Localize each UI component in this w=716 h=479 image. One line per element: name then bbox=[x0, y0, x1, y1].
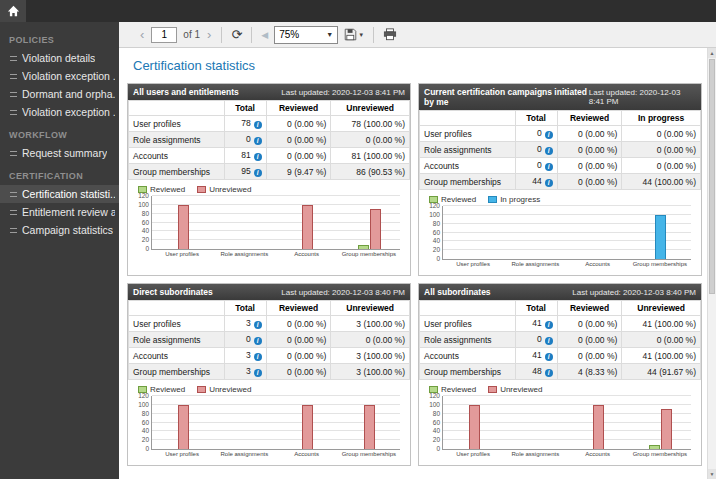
bar-unreviewed bbox=[302, 205, 313, 249]
list-item-icon bbox=[10, 74, 17, 79]
chart-legend: ReviewedUnreviewed bbox=[138, 385, 410, 394]
info-icon[interactable]: i bbox=[254, 121, 262, 129]
sidebar-item[interactable]: Entitlement review a... bbox=[0, 203, 119, 221]
total-value: 78 bbox=[241, 118, 250, 128]
x-axis-label: Accounts bbox=[567, 260, 629, 267]
table-row: Group memberships48i4 (8.33 %)44 (91.67 … bbox=[420, 364, 701, 380]
bar-group bbox=[629, 396, 691, 449]
reviewed-cell: 0 (0.00 %) bbox=[557, 316, 622, 332]
list-item-icon bbox=[10, 228, 17, 233]
sidebar-item[interactable]: Certification statisti... bbox=[0, 185, 119, 203]
total-value: 0 bbox=[246, 134, 251, 144]
blank-header-cell bbox=[420, 301, 516, 316]
total-cell: 95i bbox=[224, 164, 266, 180]
info-icon[interactable]: i bbox=[254, 369, 262, 377]
sidebar-item[interactable]: Violation exception ... bbox=[0, 67, 119, 85]
y-tick-label: 40 bbox=[134, 227, 149, 234]
refresh-icon[interactable]: ⟳ bbox=[231, 28, 242, 41]
x-axis-label: Role assignments bbox=[213, 450, 275, 457]
info-icon[interactable]: i bbox=[545, 131, 553, 139]
total-cell: 41i bbox=[515, 348, 557, 364]
sidebar-item-label: Request summary bbox=[22, 147, 107, 159]
info-icon[interactable]: i bbox=[545, 353, 553, 361]
x-axis-label: Role assignments bbox=[504, 260, 566, 267]
y-tick-label: 0 bbox=[134, 245, 149, 252]
table-header-row: TotalReviewedUnreviewed bbox=[420, 301, 701, 316]
legend-item: Unreviewed bbox=[488, 385, 542, 394]
info-icon[interactable]: i bbox=[254, 169, 262, 177]
info-icon[interactable]: i bbox=[254, 337, 262, 345]
scroll-up-button[interactable]: ▲ bbox=[708, 48, 716, 58]
blank-header-cell bbox=[129, 301, 225, 316]
unreviewed-cell: 41 (100.00 %) bbox=[622, 316, 701, 332]
legend-label: Reviewed bbox=[441, 385, 476, 394]
blank-header-cell bbox=[129, 101, 225, 116]
panel-header: Current certification campaigns initiate… bbox=[419, 84, 701, 110]
back-icon[interactable]: ◀ bbox=[261, 30, 268, 40]
sidebar-item[interactable]: Request summary bbox=[0, 144, 119, 162]
table-row: Group memberships44i0 (0.00 %)44 (100.00… bbox=[420, 174, 701, 190]
total-cell: 0i bbox=[224, 132, 266, 148]
bar-chart: 020406080100120User profilesRole assignm… bbox=[134, 196, 400, 257]
unreviewed-cell: 44 (100.00 %) bbox=[622, 174, 701, 190]
page-number-input[interactable] bbox=[151, 27, 177, 43]
bar-unreviewed bbox=[178, 405, 189, 449]
bar-group bbox=[214, 396, 276, 449]
info-icon[interactable]: i bbox=[545, 163, 553, 171]
next-page-button[interactable]: › bbox=[206, 28, 212, 41]
scroll-down-button[interactable]: ▼ bbox=[708, 469, 716, 479]
info-icon[interactable]: i bbox=[545, 369, 553, 377]
chart-bars bbox=[443, 396, 691, 449]
reviewed-cell: 0 (0.00 %) bbox=[557, 348, 622, 364]
info-icon[interactable]: i bbox=[545, 321, 553, 329]
sidebar-item-label: Violation details bbox=[22, 52, 95, 64]
table-row: Role assignments0i0 (0.00 %)0 (0.00 %) bbox=[420, 332, 701, 348]
save-export-button[interactable]: ▼ bbox=[344, 28, 364, 41]
sidebar-item[interactable]: Violation details bbox=[0, 49, 119, 67]
zoom-dropdown[interactable]: 75% ▼ bbox=[274, 26, 338, 44]
row-label-cell: Accounts bbox=[129, 348, 225, 364]
bar-group bbox=[505, 396, 567, 449]
reviewed-cell: 0 (0.00 %) bbox=[557, 126, 622, 142]
info-icon[interactable]: i bbox=[254, 353, 262, 361]
list-item-icon bbox=[10, 210, 17, 215]
info-icon[interactable]: i bbox=[545, 179, 553, 187]
vertical-scrollbar[interactable]: ▲ ▼ bbox=[707, 48, 716, 479]
info-icon[interactable]: i bbox=[254, 321, 262, 329]
stats-table: TotalReviewedUnreviewedUser profiles78i0… bbox=[128, 100, 410, 180]
info-icon[interactable]: i bbox=[254, 137, 262, 145]
row-label-cell: Accounts bbox=[420, 158, 516, 174]
total-cell: 0i bbox=[515, 332, 557, 348]
sidebar-item[interactable]: Dormant and orpha... bbox=[0, 85, 119, 103]
info-icon[interactable]: i bbox=[545, 147, 553, 155]
home-button[interactable] bbox=[0, 0, 26, 22]
total-cell: 0i bbox=[515, 142, 557, 158]
panel-title: Current certification campaigns initiate… bbox=[424, 87, 589, 107]
row-label-cell: User profiles bbox=[129, 316, 225, 332]
unreviewed-cell: 3 (100.00 %) bbox=[331, 316, 410, 332]
y-tick-label: 0 bbox=[425, 255, 440, 262]
sidebar-item-label: Campaign statistics bbox=[22, 224, 113, 236]
scrollbar-thumb[interactable] bbox=[709, 59, 715, 294]
info-icon[interactable]: i bbox=[254, 153, 262, 161]
y-tick-label: 80 bbox=[425, 410, 440, 417]
legend-label: Unreviewed bbox=[209, 385, 251, 394]
x-axis-label: Group memberships bbox=[338, 450, 400, 457]
previous-page-button[interactable]: ‹ bbox=[139, 28, 145, 41]
bar-chart: 020406080100120User profilesRole assignm… bbox=[134, 396, 400, 457]
sidebar-item-label: Certification statisti... bbox=[22, 188, 115, 200]
row-label-cell: Group memberships bbox=[129, 164, 225, 180]
last-updated-label: Last updated: 2020-12-03 8:41 PM bbox=[281, 88, 405, 97]
sidebar-item-label: Violation exception ... bbox=[22, 70, 115, 82]
sidebar-item[interactable]: Campaign statistics bbox=[0, 221, 119, 239]
sidebar-item[interactable]: Violation exception ... bbox=[0, 103, 119, 121]
reviewed-cell: 0 (0.00 %) bbox=[266, 364, 331, 380]
reviewed-cell: 0 (0.00 %) bbox=[266, 348, 331, 364]
info-icon[interactable]: i bbox=[545, 337, 553, 345]
x-axis-label: User profiles bbox=[151, 250, 213, 257]
y-tick-label: 120 bbox=[425, 392, 440, 399]
last-updated-label: Last updated: 2020-12-03 8:40 PM bbox=[281, 288, 405, 297]
print-button[interactable] bbox=[383, 28, 397, 41]
total-cell: 44i bbox=[515, 174, 557, 190]
x-axis-label: Group memberships bbox=[629, 450, 691, 457]
